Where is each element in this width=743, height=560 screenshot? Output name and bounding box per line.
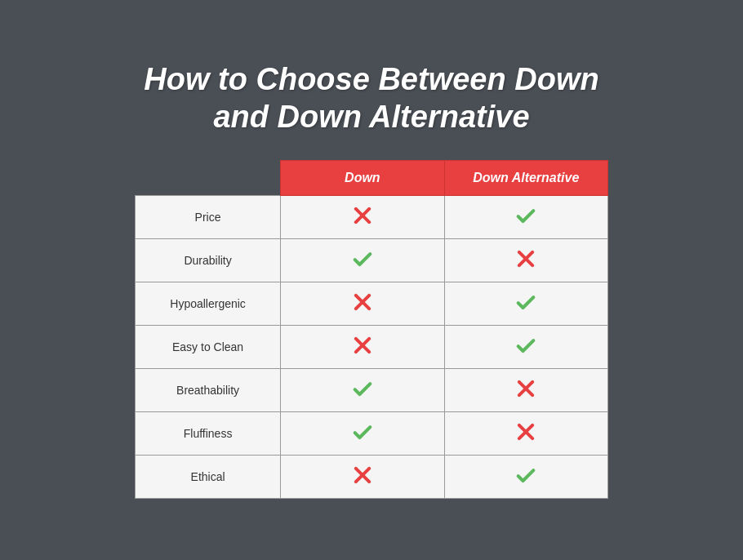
row-label: Breathability [136,369,281,412]
alt-cell [444,412,607,456]
down-cell [281,239,444,282]
cross-icon [351,334,374,357]
check-icon [514,464,537,487]
cross-icon [514,420,537,443]
alt-cell [444,282,607,326]
down-cell [281,456,444,499]
alt-cell [444,456,607,499]
alt-cell [444,326,607,369]
check-icon [351,247,374,270]
table-row: Fluffiness [136,412,608,456]
table-row: Price [136,196,608,239]
check-icon [514,291,537,313]
row-label: Fluffiness [136,412,281,456]
row-label: Hypoallergenic [136,282,281,326]
table-row: Durability [136,239,608,282]
header-label-col [136,161,281,196]
row-label: Ethical [136,456,281,499]
check-icon [514,204,537,227]
down-cell [281,412,444,456]
check-icon [514,334,537,357]
alt-cell [444,196,607,239]
title-container: How to Choose Between Down and Down Alte… [111,61,631,136]
check-icon [351,420,374,443]
table-row: Ethical [136,456,608,499]
table-header-row: Down Down Alternative [136,161,608,196]
row-label: Easy to Clean [136,326,281,369]
cross-icon [351,291,374,313]
header-alt-col: Down Alternative [444,161,607,196]
down-cell [281,196,444,239]
page-title: How to Choose Between Down and Down Alte… [144,61,598,136]
row-label: Price [136,196,281,239]
comparison-table: Down Down Alternative PriceDurabilityHyp… [135,160,608,499]
check-icon [351,377,374,400]
row-label: Durability [136,239,281,282]
table-row: Easy to Clean [136,326,608,369]
cross-icon [514,377,537,400]
cross-icon [514,247,537,270]
down-cell [281,282,444,326]
alt-cell [444,369,607,412]
table-row: Hypoallergenic [136,282,608,326]
table-row: Breathability [136,369,608,412]
cross-icon [351,464,374,487]
cross-icon [351,204,374,227]
alt-cell [444,239,607,282]
header-down-col: Down [281,161,444,196]
down-cell [281,326,444,369]
down-cell [281,369,444,412]
